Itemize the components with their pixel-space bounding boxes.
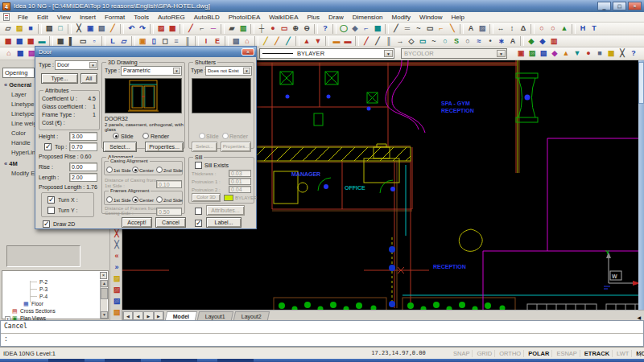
resize-grip[interactable] — [637, 351, 643, 357]
toggle-grid[interactable]: GRID — [474, 350, 495, 357]
menu-walkidea[interactable]: WalkIDEA — [268, 14, 299, 21]
match-properties-icon[interactable]: ╱ — [107, 23, 118, 34]
prop-linetype-scale[interactable]: Linetype — [11, 110, 34, 117]
polyline-icon[interactable]: ╱ — [390, 23, 402, 34]
dialog-close-icon[interactable]: × — [242, 48, 254, 56]
draw-cloud-icon[interactable]: ≈ — [473, 36, 485, 47]
folder-red-icon[interactable]: ▨ — [111, 285, 122, 295]
multiline-icon[interactable]: ═ — [402, 23, 413, 34]
frames-center-radio[interactable] — [132, 196, 138, 203]
zoom-realtime-icon[interactable]: ● — [267, 23, 279, 34]
folder-yellow-icon[interactable]: ▨ — [111, 274, 122, 284]
type-button[interactable]: Type... — [41, 73, 78, 84]
scroll-down-icon[interactable]: ▼ — [101, 311, 108, 319]
level-up-icon[interactable]: ▲ — [301, 36, 312, 47]
hatch-icon[interactable]: ▨ — [477, 23, 488, 34]
casing-1st-radio[interactable] — [106, 167, 113, 173]
table-h-icon[interactable]: H — [577, 23, 588, 34]
menu-draw[interactable]: Draw — [328, 14, 345, 21]
menu-window[interactable]: Window — [419, 14, 443, 21]
layer-freeze-icon[interactable]: ▨ — [155, 23, 167, 34]
scroll-thumb[interactable] — [101, 288, 108, 299]
cancel-button[interactable]: Cancel — [155, 217, 186, 228]
pencil-orange-icon[interactable]: ╱ — [271, 36, 283, 47]
layer-prev-icon[interactable]: « — [111, 251, 122, 261]
roof-icon[interactable]: ⌂ — [242, 36, 253, 47]
prop-handle[interactable]: Handle — [11, 139, 31, 146]
draw-ray-icon[interactable]: ╱ — [372, 36, 383, 47]
list-icon[interactable]: ▤ — [538, 48, 549, 59]
draw-star-icon[interactable]: ∗ — [496, 36, 507, 47]
draw-2d-checkbox[interactable] — [43, 220, 50, 228]
status-coordinates[interactable]: 17.23,14.97,0.00 — [354, 350, 443, 356]
draw-polygon-icon[interactable]: ◇ — [406, 36, 417, 47]
wall-node-icon[interactable]: ▫ — [89, 36, 100, 47]
xref-icon[interactable]: ╳ — [111, 228, 122, 239]
tree-item-p3[interactable]: P-3 — [39, 286, 47, 292]
level-down-icon[interactable]: ▼ — [312, 36, 324, 47]
views-icon[interactable]: ▦ — [372, 23, 383, 34]
menu-edit[interactable]: Edit — [36, 14, 49, 21]
levels-icon[interactable]: ▦ — [14, 36, 25, 47]
zoom-window-icon[interactable]: ▭ — [279, 23, 290, 34]
zoom-in-icon[interactable]: ⊕ — [290, 23, 301, 34]
casing-2nd-radio[interactable] — [156, 167, 163, 173]
dot-red-icon[interactable]: ● — [583, 48, 594, 59]
tree-item-p2[interactable]: P-2 — [39, 279, 47, 285]
tree-item-floor[interactable]: ▦Floor — [23, 301, 43, 306]
chevron-down-icon[interactable]: ▼ — [384, 50, 393, 57]
cut-icon[interactable]: ╳ — [73, 23, 85, 34]
dim-vertical-icon[interactable]: ↕ — [506, 23, 518, 34]
turn-y-checkbox[interactable] — [47, 207, 55, 214]
drawing3d-type-combo[interactable]: Parametric▼ — [121, 66, 182, 76]
draw-point-icon[interactable]: • — [485, 36, 496, 47]
all-button[interactable]: All — [80, 73, 97, 84]
tab-last-icon[interactable]: ▶ — [154, 311, 164, 320]
save-icon[interactable]: ■ — [25, 23, 36, 34]
wall-rect-icon[interactable]: ▭ — [77, 36, 89, 47]
menu-tools[interactable]: Tools — [133, 14, 150, 21]
menu-plus[interactable]: Plus — [307, 14, 321, 21]
undo-icon[interactable]: ↶ — [126, 23, 137, 34]
stairs-icon[interactable]: ≡ — [171, 36, 182, 47]
accept-button[interactable]: Accept! — [122, 217, 152, 228]
orbit-icon[interactable]: ◯ — [338, 23, 349, 34]
project-icon[interactable]: ▦ — [2, 36, 14, 47]
label-button[interactable]: Label... — [206, 217, 242, 228]
menu-insert[interactable]: Insert — [79, 14, 97, 21]
wall-icon[interactable]: ▌ — [66, 36, 77, 47]
sill-exists-checkbox[interactable] — [195, 162, 202, 169]
new-icon[interactable]: ▱ — [2, 23, 14, 34]
tree-scrollbar[interactable]: ▲ ▼ — [100, 280, 107, 319]
linetype-combo[interactable]: BYLAYER ▼ — [259, 48, 394, 59]
close-icon[interactable]: × — [100, 272, 107, 279]
measure-icon[interactable]: ─ — [208, 23, 219, 34]
dim-angle-icon[interactable]: Δ — [518, 23, 529, 34]
draw-spline-icon[interactable]: S — [451, 36, 462, 47]
beam-icon[interactable]: L — [107, 36, 118, 47]
section-general[interactable]: General — [4, 81, 31, 88]
table-t-icon[interactable]: T — [588, 23, 600, 34]
prop-color[interactable]: Color — [11, 130, 26, 137]
angle-icon[interactable]: ⌐ — [196, 23, 208, 34]
toggle-lwt[interactable]: LWT — [614, 350, 632, 357]
folder-blue-icon[interactable]: ▨ — [111, 296, 122, 306]
height-field[interactable]: 3.00 — [69, 132, 97, 141]
tri-teal-icon[interactable]: ▼ — [572, 48, 583, 59]
draw-parallel-icon[interactable]: ║ — [383, 36, 394, 47]
fillet-icon[interactable]: ⌐ — [436, 23, 447, 34]
print-preview-icon[interactable]: □ — [55, 23, 66, 34]
plot-style-icon[interactable]: ▣ — [515, 48, 526, 59]
zoom-out-icon[interactable]: ⊖ — [301, 23, 312, 34]
menu-autobld[interactable]: AutoBLD — [193, 14, 221, 21]
wall-red-icon[interactable]: ▬ — [342, 36, 353, 47]
delete-icon[interactable]: ╳ — [617, 48, 628, 59]
wall-grid-icon[interactable]: ▦ — [55, 36, 66, 47]
paste-icon[interactable]: ▤ — [96, 23, 107, 34]
select-button[interactable]: Select... — [103, 142, 137, 152]
diamond-magenta-icon[interactable]: ◆ — [549, 48, 560, 59]
pencil-teal-icon[interactable]: ╱ — [283, 36, 294, 47]
help2-icon[interactable]: ? — [628, 48, 639, 59]
hatch2-icon[interactable]: ▨ — [526, 48, 538, 59]
wall-brown-icon[interactable]: ▬ — [331, 36, 342, 47]
